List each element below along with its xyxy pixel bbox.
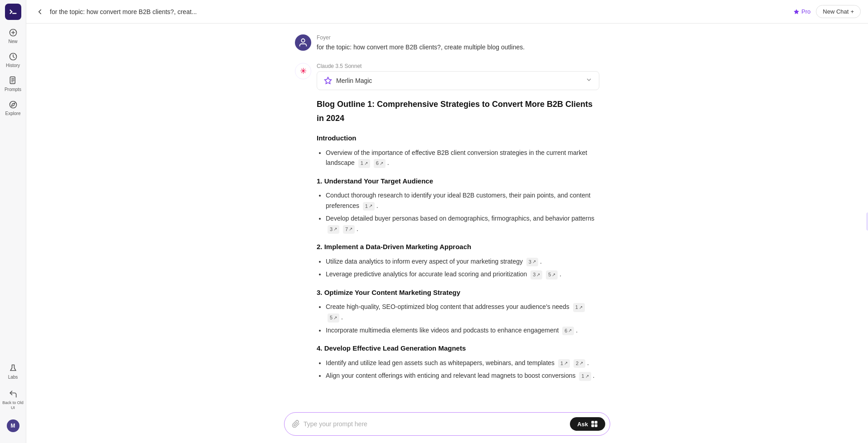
blog-title: Blog Outline 1: Comprehensive Strategies…	[317, 97, 599, 125]
sidebar-item-back-old-ui[interactable]: Back to Old UI	[0, 385, 26, 414]
chat-content: Foyer for the topic: how convert more B2…	[284, 34, 610, 395]
citation-1b[interactable]: 1↗	[363, 202, 375, 211]
sidebar-item-back-old-ui-label: Back to Old UI	[2, 400, 24, 410]
list-item: Identify and utilize lead gen assets suc…	[326, 358, 599, 368]
citation-7[interactable]: 7↗	[343, 225, 355, 234]
list-item: Create high-quality, SEO-optimized blog …	[326, 302, 599, 322]
citation-1[interactable]: 1↗	[358, 159, 370, 168]
svg-rect-16	[595, 424, 598, 427]
svg-rect-13	[591, 421, 594, 424]
list-item: Leverage predictive analytics for accura…	[326, 269, 599, 279]
list-item: Utilize data analytics to inform every a…	[326, 256, 599, 267]
list-item: Develop detailed buyer personas based on…	[326, 213, 599, 234]
svg-rect-15	[591, 424, 594, 427]
app-logo[interactable]	[5, 4, 21, 20]
svg-point-11	[301, 39, 304, 42]
right-edge-indicator	[866, 212, 868, 231]
citation-5[interactable]: 5↗	[546, 270, 558, 279]
main-panel: for the topic: how convert more B2B clie…	[26, 0, 868, 443]
sidebar-item-prompts[interactable]: Prompts	[0, 72, 26, 96]
sidebar-bottom: Labs Back to Old UI M	[0, 359, 26, 439]
sidebar-item-labs-label: Labs	[8, 375, 18, 380]
citation-5b[interactable]: 5↗	[328, 313, 339, 323]
attachment-icon[interactable]	[292, 420, 300, 428]
svg-point-8	[10, 101, 16, 108]
section-heading-2: 2. Implement a Data-Driven Marketing App…	[317, 241, 599, 253]
blog-content: Blog Outline 1: Comprehensive Strategies…	[317, 97, 599, 381]
user-message-text: for the topic: how convert more B2B clie…	[317, 43, 599, 52]
merlin-icon	[323, 76, 333, 85]
svg-marker-12	[325, 77, 332, 84]
citation-2[interactable]: 2↗	[574, 359, 585, 368]
model-selector-dropdown[interactable]: Merlin Magic	[317, 71, 599, 90]
svg-marker-10	[794, 9, 799, 14]
section-bullets-3: Create high-quality, SEO-optimized blog …	[317, 302, 599, 335]
header-actions: Pro New Chat +	[793, 5, 861, 18]
sidebar-item-labs[interactable]: Labs	[0, 359, 26, 383]
section-heading-intro: Introduction	[317, 132, 599, 144]
header: for the topic: how convert more B2B clie…	[26, 0, 868, 24]
sidebar-item-explore-label: Explore	[5, 111, 21, 116]
section-bullets-4: Identify and utilize lead gen assets suc…	[317, 358, 599, 381]
prompt-input[interactable]	[304, 420, 566, 428]
model-selector-label: Merlin Magic	[336, 77, 372, 84]
back-button[interactable]	[34, 5, 46, 18]
section-bullets-intro: Overview of the importance of effective …	[317, 148, 599, 168]
blog-title-bold: Blog Outline 1:	[317, 100, 375, 109]
chat-area: Foyer for the topic: how convert more B2…	[26, 24, 868, 407]
section-bullets-2: Utilize data analytics to inform every a…	[317, 256, 599, 279]
svg-marker-9	[11, 103, 14, 106]
section-bullets-1: Conduct thorough research to identify yo…	[317, 190, 599, 234]
citation-6b[interactable]: 6↗	[562, 327, 574, 336]
section-heading-4: 4. Develop Effective Lead Generation Mag…	[317, 342, 599, 354]
user-avatar-bubble	[295, 34, 311, 51]
ai-message-sender: Claude 3.5 Sonnet	[317, 63, 599, 69]
ai-message-body: Claude 3.5 Sonnet Merlin Magic	[317, 63, 599, 385]
sidebar: New History Prompts Explore	[0, 0, 26, 443]
pro-badge[interactable]: Pro	[793, 8, 810, 15]
citation-3[interactable]: 3↗	[328, 225, 339, 234]
user-message-sender: Foyer	[317, 34, 599, 41]
sidebar-item-new-label: New	[8, 39, 17, 44]
compass-icon	[8, 99, 19, 110]
citation-3c[interactable]: 3↗	[530, 270, 542, 279]
clock-icon	[8, 51, 19, 62]
flask-icon	[8, 363, 19, 374]
list-item: Overview of the importance of effective …	[326, 148, 599, 168]
list-item: Conduct thorough research to identify yo…	[326, 190, 599, 211]
list-item: Align your content offerings with entici…	[326, 371, 599, 381]
citation-3b[interactable]: 3↗	[526, 258, 538, 267]
citation-6[interactable]: 6↗	[374, 159, 386, 168]
user-message-body: Foyer for the topic: how convert more B2…	[317, 34, 599, 52]
section-heading-3: 3. Optimize Your Content Marketing Strat…	[317, 287, 599, 299]
chevron-down-icon	[585, 76, 593, 85]
plus-icon	[8, 27, 19, 38]
section-heading-1: 1. Understand Your Target Audience	[317, 175, 599, 187]
sidebar-item-prompts-label: Prompts	[5, 87, 21, 92]
list-item: Incorporate multimedia elements like vid…	[326, 325, 599, 336]
svg-rect-14	[595, 421, 598, 424]
undo-icon	[8, 389, 19, 400]
model-selector-left: Merlin Magic	[323, 76, 372, 85]
ask-button[interactable]: Ask	[570, 417, 605, 431]
prompt-input-box: Ask	[284, 412, 610, 436]
sidebar-item-history[interactable]: History	[0, 48, 26, 72]
sidebar-item-new[interactable]: New	[0, 24, 26, 48]
ai-avatar-bubble: ✳	[295, 63, 311, 79]
sidebar-item-history-label: History	[6, 63, 20, 68]
user-message: Foyer for the topic: how convert more B2…	[295, 34, 599, 52]
citation-1e[interactable]: 1↗	[579, 372, 591, 381]
new-chat-button[interactable]: New Chat +	[816, 5, 861, 18]
citation-1d[interactable]: 1↗	[558, 359, 570, 368]
ai-message: ✳ Claude 3.5 Sonnet Merlin Magic	[295, 63, 599, 385]
page-title: for the topic: how convert more B2B clie…	[50, 8, 790, 15]
user-avatar[interactable]: M	[0, 416, 26, 436]
document-icon	[8, 75, 19, 86]
sidebar-item-explore[interactable]: Explore	[0, 96, 26, 120]
avatar-initials: M	[11, 423, 15, 429]
input-area: Ask	[26, 407, 868, 443]
citation-1c[interactable]: 1↗	[573, 303, 585, 312]
